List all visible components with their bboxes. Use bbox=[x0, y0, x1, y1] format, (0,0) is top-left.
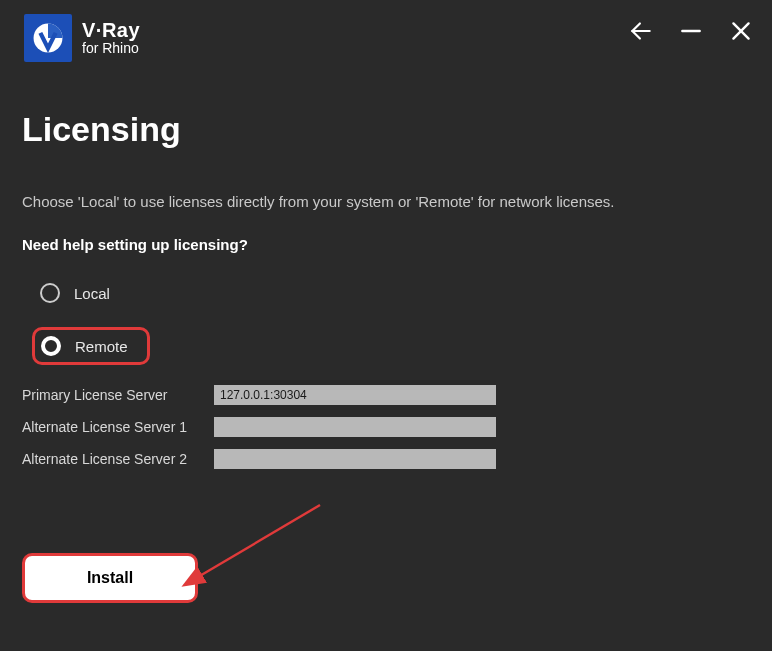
alt-server-1-label: Alternate License Server 1 bbox=[22, 419, 214, 435]
radio-circle-icon bbox=[41, 336, 61, 356]
product-name: V·Ray bbox=[82, 19, 140, 41]
radio-local[interactable]: Local bbox=[32, 277, 750, 309]
radio-remote-label: Remote bbox=[75, 338, 128, 355]
alt-server-2-input[interactable] bbox=[214, 449, 496, 469]
page-title: Licensing bbox=[22, 110, 750, 149]
arrow-annotation-icon bbox=[180, 499, 340, 599]
vray-logo-icon bbox=[24, 14, 72, 62]
radio-local-label: Local bbox=[74, 285, 110, 302]
help-link[interactable]: Need help setting up licensing? bbox=[22, 236, 750, 253]
install-button-label: Install bbox=[87, 569, 133, 587]
install-button[interactable]: Install bbox=[29, 560, 191, 596]
back-button[interactable] bbox=[628, 18, 654, 48]
page-description: Choose 'Local' to use licenses directly … bbox=[22, 193, 750, 210]
minimize-button[interactable] bbox=[678, 18, 704, 48]
close-button[interactable] bbox=[728, 18, 754, 48]
remote-option-highlight: Remote bbox=[32, 327, 150, 365]
app-logo: V·Ray for Rhino bbox=[24, 14, 140, 62]
product-subtitle: for Rhino bbox=[82, 41, 140, 56]
install-button-highlight: Install bbox=[22, 553, 198, 603]
primary-server-input[interactable] bbox=[214, 385, 496, 405]
svg-line-6 bbox=[198, 505, 320, 577]
radio-remote[interactable]: Remote bbox=[41, 334, 141, 358]
primary-server-label: Primary License Server bbox=[22, 387, 214, 403]
alt-server-2-label: Alternate License Server 2 bbox=[22, 451, 214, 467]
alt-server-1-input[interactable] bbox=[214, 417, 496, 437]
radio-circle-icon bbox=[40, 283, 60, 303]
